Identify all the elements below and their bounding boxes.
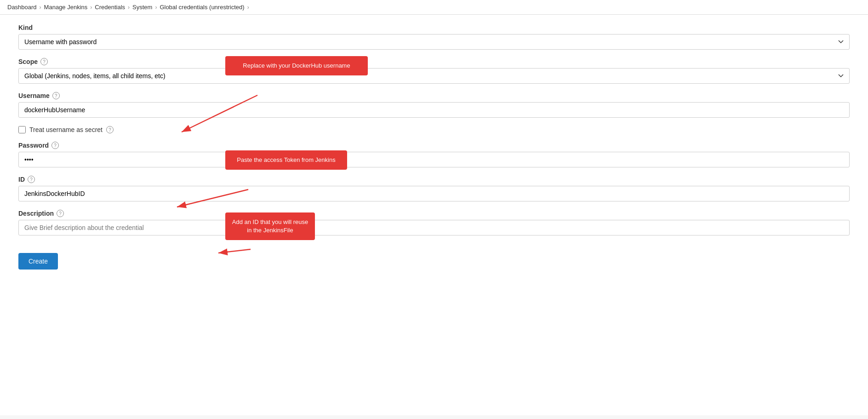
id-field-group: ID ? [18, 176, 850, 201]
description-input[interactable] [18, 220, 850, 235]
scope-label: Scope ? [18, 58, 850, 65]
id-help-icon[interactable]: ? [28, 176, 35, 183]
description-label: Description ? [18, 210, 850, 217]
breadcrumb-sep5: › [247, 4, 249, 11]
breadcrumb-dashboard[interactable]: Dashboard [7, 4, 37, 11]
username-field-group: Username ? [18, 92, 850, 118]
breadcrumb-manage-jenkins[interactable]: Manage Jenkins [44, 4, 88, 11]
breadcrumb-global-credentials[interactable]: Global credentials (unrestricted) [160, 4, 244, 11]
treat-secret-help-icon[interactable]: ? [106, 126, 114, 133]
svg-line-5 [218, 249, 251, 253]
username-label: Username ? [18, 92, 850, 99]
kind-field-group: Kind Username with password [18, 24, 850, 50]
breadcrumb-system[interactable]: System [132, 4, 152, 11]
create-button[interactable]: Create [18, 253, 58, 270]
breadcrumb-credentials[interactable]: Credentials [95, 4, 125, 11]
kind-select[interactable]: Username with password [18, 34, 850, 50]
treat-secret-row: Treat username as secret ? [18, 126, 850, 133]
password-label: Password ? [18, 142, 850, 149]
description-field-group: Description ? [18, 210, 850, 235]
username-input[interactable] [18, 102, 850, 118]
treat-secret-label: Treat username as secret [29, 126, 103, 133]
id-input[interactable] [18, 186, 850, 201]
breadcrumb-sep2: › [90, 4, 92, 11]
username-help-icon[interactable]: ? [52, 92, 60, 99]
treat-secret-checkbox[interactable] [18, 126, 26, 133]
description-help-icon[interactable]: ? [57, 210, 64, 217]
kind-label: Kind [18, 24, 850, 31]
id-label: ID ? [18, 176, 850, 183]
scope-field-group: Scope ? Global (Jenkins, nodes, items, a… [18, 58, 850, 84]
scope-help-icon[interactable]: ? [40, 58, 48, 65]
breadcrumb-sep3: › [128, 4, 130, 11]
breadcrumb-sep1: › [40, 4, 41, 11]
password-field-group: Password ? [18, 142, 850, 167]
password-input[interactable] [18, 152, 850, 167]
main-content: Kind Username with password Scope ? Glob… [0, 15, 868, 415]
password-help-icon[interactable]: ? [51, 142, 59, 149]
breadcrumb: Dashboard › Manage Jenkins › Credentials… [0, 0, 868, 15]
scope-select[interactable]: Global (Jenkins, nodes, items, all child… [18, 68, 850, 84]
breadcrumb-sep4: › [155, 4, 157, 11]
